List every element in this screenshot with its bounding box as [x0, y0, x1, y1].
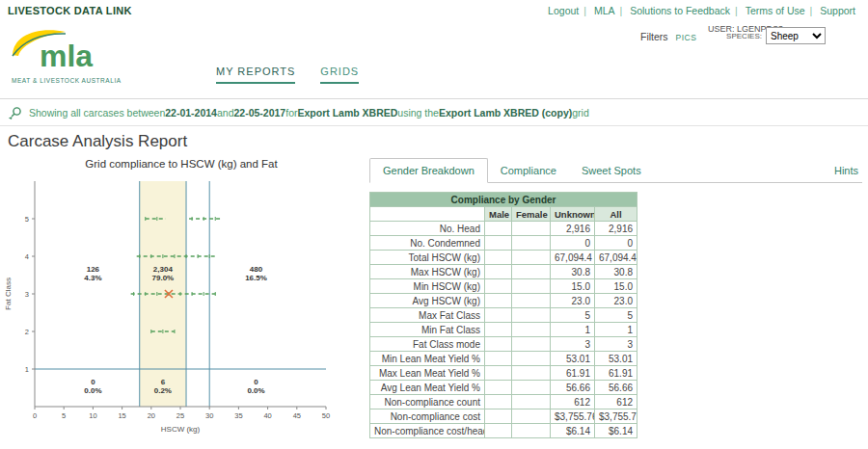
compliance-chart: 1264.3%2,30479.0%48016.5%00.0%60.2%00.0%… — [2, 173, 336, 436]
support-link[interactable]: Support — [820, 5, 855, 16]
x-tick-label: 45 — [293, 411, 301, 420]
cell-unknown: 23.0 — [551, 294, 595, 308]
compliance-chart-container: 1264.3%2,30479.0%48016.5%00.0%60.2%00.0%… — [2, 173, 363, 439]
table-row: Avg HSCW (kg)23.023.0 — [370, 294, 637, 308]
row-label: Non-compliance count — [370, 395, 485, 409]
cell-female — [512, 222, 551, 236]
cell-all: 15.0 — [595, 279, 637, 294]
col-header-unknown: Unknown — [551, 207, 595, 222]
zone-pct-label: 79.0% — [152, 274, 175, 282]
table-title: Compliance by Gender — [370, 193, 637, 207]
table-row: Min Lean Meat Yield %53.0153.01 — [370, 352, 637, 366]
bc-using: using the — [397, 107, 439, 119]
terms-of-use-link[interactable]: Terms of Use — [746, 5, 805, 16]
bc-grid-copy: Export Lamb XBRED (copy) — [439, 107, 572, 119]
cell-male — [485, 265, 512, 279]
zone-pct-label: 16.5% — [245, 274, 267, 282]
table-row: Non-compliance cost$3,755.76$3,755.76 — [370, 409, 637, 424]
top-links: Logout| MLA| Solutions to Feedback| Term… — [543, 5, 860, 16]
bc-grid-name: Export Lamb XBRED — [297, 107, 397, 119]
table-header-row: Male Female Unknown All — [370, 207, 637, 222]
row-label: Min Fat Class — [370, 323, 485, 337]
mla-link[interactable]: MLA — [594, 5, 615, 16]
cell-all: 3 — [595, 337, 637, 352]
solutions-feedback-link[interactable]: Solutions to Feedback — [630, 5, 730, 16]
cell-male — [485, 366, 512, 381]
pics-link[interactable]: PICS — [676, 33, 697, 42]
cell-female — [512, 381, 551, 395]
cell-male — [485, 308, 512, 323]
cell-all: $6.14 — [595, 424, 637, 438]
cell-unknown: 61.91 — [551, 366, 595, 381]
table-row: No. Condemned00 — [370, 236, 637, 251]
cell-all: 5 — [595, 308, 637, 323]
cell-unknown: 612 — [551, 395, 595, 409]
filters-area: Filters PICS — [640, 31, 696, 42]
x-tick-label: 30 — [205, 411, 213, 420]
cell-all: 61.91 — [595, 366, 637, 381]
link-separator: | — [583, 5, 586, 16]
zone-pct-label: 0.0% — [247, 386, 264, 395]
logout-link[interactable]: Logout — [548, 5, 579, 16]
cell-all: 1 — [595, 323, 637, 337]
cell-all: 612 — [595, 395, 637, 409]
x-tick-label: 20 — [148, 411, 155, 420]
link-separator: | — [735, 5, 738, 16]
row-label: Avg HSCW (kg) — [370, 294, 485, 308]
nav-grids[interactable]: GRIDS — [320, 66, 359, 84]
link-separator: | — [619, 5, 622, 16]
cell-male — [485, 352, 512, 366]
cell-female — [512, 323, 551, 337]
cell-male — [485, 381, 512, 395]
zone-pct-label: 4.3% — [84, 274, 101, 282]
tab-sweet-spots[interactable]: Sweet Spots — [569, 159, 654, 182]
cell-female — [512, 308, 551, 323]
query-search-icon[interactable] — [8, 106, 23, 120]
table-title-row: Compliance by Gender — [370, 193, 637, 207]
cell-male — [485, 236, 512, 251]
mla-logo[interactable]: mla MEAT & LIVESTOCK AUSTRALIA — [8, 23, 122, 84]
y-tick-label: 2 — [25, 328, 29, 336]
x-tick-label: 10 — [89, 411, 96, 420]
cell-female — [512, 279, 551, 294]
hints-link[interactable]: Hints — [822, 159, 862, 182]
y-tick-label: 3 — [25, 290, 29, 299]
breadcrumb: Showing all carcases between 22-01-2014 … — [0, 100, 868, 126]
row-label: No. Head — [370, 222, 485, 236]
cell-male — [485, 424, 512, 438]
cell-male — [485, 323, 512, 337]
cell-unknown: 56.66 — [551, 381, 595, 395]
compliance-by-gender-table: Compliance by Gender Male Female Unknown… — [369, 192, 637, 438]
y-tick-label: 5 — [25, 215, 29, 224]
cell-all: 23.0 — [595, 294, 637, 308]
row-label: Min HSCW (kg) — [370, 279, 485, 294]
y-axis-label: Fat Class — [4, 277, 13, 310]
row-label: Max HSCW (kg) — [370, 265, 485, 279]
table-row: Total HSCW (kg)67,094.467,094.4 — [370, 251, 637, 265]
chart-title: Grid compliance to HSCW (kg) and Fat — [4, 158, 338, 170]
cell-male — [485, 279, 512, 294]
table-row: Fat Class mode33 — [370, 337, 637, 352]
cell-unknown: 1 — [551, 323, 595, 337]
col-header-blank — [370, 207, 485, 222]
cell-unknown: 15.0 — [551, 279, 595, 294]
table-row: Max Fat Class55 — [370, 308, 637, 323]
table-row: Max Lean Meat Yield %61.9161.91 — [370, 366, 637, 381]
cell-female — [512, 236, 551, 251]
row-label: Non-compliance cost/head — [370, 424, 485, 438]
tab-compliance[interactable]: Compliance — [488, 159, 569, 182]
table-row: Non-compliance count612612 — [370, 395, 637, 409]
row-label: No. Condemned — [370, 236, 485, 251]
cell-female — [512, 294, 551, 308]
tab-gender-breakdown[interactable]: Gender Breakdown — [369, 158, 488, 183]
bc-date-to: 22-05-2017 — [234, 107, 286, 119]
species-select[interactable]: Sheep — [766, 27, 826, 44]
row-label: Avg Lean Meat Yield % — [370, 381, 485, 395]
x-tick-label: 50 — [322, 411, 330, 420]
table-row: Avg Lean Meat Yield %56.6656.66 — [370, 381, 637, 395]
x-axis-label: HSCW (kg) — [161, 425, 201, 434]
report-tabs: Gender Breakdown Compliance Sweet Spots … — [369, 158, 862, 183]
zone-count-label: 0 — [91, 378, 95, 386]
nav-my-reports[interactable]: MY REPORTS — [216, 66, 295, 84]
cell-all: 30.8 — [595, 265, 637, 279]
